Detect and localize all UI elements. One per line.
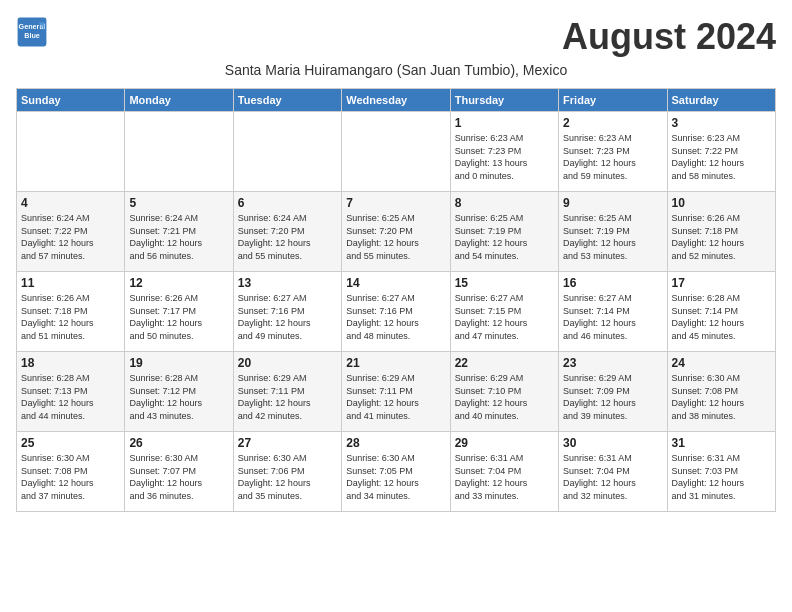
day-info: Sunrise: 6:24 AM Sunset: 7:22 PM Dayligh… xyxy=(21,212,120,262)
calendar-cell: 6Sunrise: 6:24 AM Sunset: 7:20 PM Daylig… xyxy=(233,192,341,272)
month-title: August 2024 xyxy=(562,16,776,58)
day-number: 28 xyxy=(346,436,445,450)
day-info: Sunrise: 6:30 AM Sunset: 7:05 PM Dayligh… xyxy=(346,452,445,502)
day-number: 2 xyxy=(563,116,662,130)
day-info: Sunrise: 6:31 AM Sunset: 7:04 PM Dayligh… xyxy=(563,452,662,502)
day-info: Sunrise: 6:31 AM Sunset: 7:04 PM Dayligh… xyxy=(455,452,554,502)
day-info: Sunrise: 6:27 AM Sunset: 7:14 PM Dayligh… xyxy=(563,292,662,342)
day-number: 5 xyxy=(129,196,228,210)
day-info: Sunrise: 6:30 AM Sunset: 7:08 PM Dayligh… xyxy=(21,452,120,502)
header-friday: Friday xyxy=(559,89,667,112)
day-number: 16 xyxy=(563,276,662,290)
day-number: 26 xyxy=(129,436,228,450)
header-tuesday: Tuesday xyxy=(233,89,341,112)
calendar-cell: 9Sunrise: 6:25 AM Sunset: 7:19 PM Daylig… xyxy=(559,192,667,272)
day-number: 4 xyxy=(21,196,120,210)
header-saturday: Saturday xyxy=(667,89,775,112)
day-number: 13 xyxy=(238,276,337,290)
day-info: Sunrise: 6:30 AM Sunset: 7:08 PM Dayligh… xyxy=(672,372,771,422)
calendar-cell: 10Sunrise: 6:26 AM Sunset: 7:18 PM Dayli… xyxy=(667,192,775,272)
day-number: 17 xyxy=(672,276,771,290)
calendar-cell: 20Sunrise: 6:29 AM Sunset: 7:11 PM Dayli… xyxy=(233,352,341,432)
day-info: Sunrise: 6:24 AM Sunset: 7:21 PM Dayligh… xyxy=(129,212,228,262)
calendar-header-row: SundayMondayTuesdayWednesdayThursdayFrid… xyxy=(17,89,776,112)
calendar-cell: 8Sunrise: 6:25 AM Sunset: 7:19 PM Daylig… xyxy=(450,192,558,272)
calendar-cell: 27Sunrise: 6:30 AM Sunset: 7:06 PM Dayli… xyxy=(233,432,341,512)
day-number: 14 xyxy=(346,276,445,290)
calendar-cell: 4Sunrise: 6:24 AM Sunset: 7:22 PM Daylig… xyxy=(17,192,125,272)
day-info: Sunrise: 6:29 AM Sunset: 7:11 PM Dayligh… xyxy=(346,372,445,422)
calendar-cell: 29Sunrise: 6:31 AM Sunset: 7:04 PM Dayli… xyxy=(450,432,558,512)
calendar-cell: 1Sunrise: 6:23 AM Sunset: 7:23 PM Daylig… xyxy=(450,112,558,192)
calendar-cell xyxy=(342,112,450,192)
calendar-week-2: 11Sunrise: 6:26 AM Sunset: 7:18 PM Dayli… xyxy=(17,272,776,352)
calendar-cell: 30Sunrise: 6:31 AM Sunset: 7:04 PM Dayli… xyxy=(559,432,667,512)
day-number: 12 xyxy=(129,276,228,290)
calendar-cell: 5Sunrise: 6:24 AM Sunset: 7:21 PM Daylig… xyxy=(125,192,233,272)
day-number: 1 xyxy=(455,116,554,130)
logo: General Blue xyxy=(16,16,48,48)
day-number: 15 xyxy=(455,276,554,290)
calendar-week-1: 4Sunrise: 6:24 AM Sunset: 7:22 PM Daylig… xyxy=(17,192,776,272)
day-info: Sunrise: 6:25 AM Sunset: 7:19 PM Dayligh… xyxy=(455,212,554,262)
calendar-cell: 24Sunrise: 6:30 AM Sunset: 7:08 PM Dayli… xyxy=(667,352,775,432)
calendar-cell: 13Sunrise: 6:27 AM Sunset: 7:16 PM Dayli… xyxy=(233,272,341,352)
calendar-cell: 17Sunrise: 6:28 AM Sunset: 7:14 PM Dayli… xyxy=(667,272,775,352)
calendar-cell: 16Sunrise: 6:27 AM Sunset: 7:14 PM Dayli… xyxy=(559,272,667,352)
calendar-cell: 7Sunrise: 6:25 AM Sunset: 7:20 PM Daylig… xyxy=(342,192,450,272)
day-info: Sunrise: 6:26 AM Sunset: 7:17 PM Dayligh… xyxy=(129,292,228,342)
day-info: Sunrise: 6:25 AM Sunset: 7:19 PM Dayligh… xyxy=(563,212,662,262)
day-info: Sunrise: 6:31 AM Sunset: 7:03 PM Dayligh… xyxy=(672,452,771,502)
day-number: 20 xyxy=(238,356,337,370)
day-info: Sunrise: 6:30 AM Sunset: 7:06 PM Dayligh… xyxy=(238,452,337,502)
header-monday: Monday xyxy=(125,89,233,112)
calendar-cell xyxy=(17,112,125,192)
day-number: 22 xyxy=(455,356,554,370)
calendar-week-4: 25Sunrise: 6:30 AM Sunset: 7:08 PM Dayli… xyxy=(17,432,776,512)
day-info: Sunrise: 6:30 AM Sunset: 7:07 PM Dayligh… xyxy=(129,452,228,502)
calendar-cell: 22Sunrise: 6:29 AM Sunset: 7:10 PM Dayli… xyxy=(450,352,558,432)
calendar-cell: 31Sunrise: 6:31 AM Sunset: 7:03 PM Dayli… xyxy=(667,432,775,512)
day-number: 29 xyxy=(455,436,554,450)
header-wednesday: Wednesday xyxy=(342,89,450,112)
day-number: 21 xyxy=(346,356,445,370)
day-info: Sunrise: 6:29 AM Sunset: 7:11 PM Dayligh… xyxy=(238,372,337,422)
svg-text:Blue: Blue xyxy=(24,31,40,40)
day-number: 23 xyxy=(563,356,662,370)
day-info: Sunrise: 6:27 AM Sunset: 7:15 PM Dayligh… xyxy=(455,292,554,342)
calendar-cell: 3Sunrise: 6:23 AM Sunset: 7:22 PM Daylig… xyxy=(667,112,775,192)
day-number: 11 xyxy=(21,276,120,290)
day-info: Sunrise: 6:27 AM Sunset: 7:16 PM Dayligh… xyxy=(346,292,445,342)
day-number: 3 xyxy=(672,116,771,130)
day-info: Sunrise: 6:23 AM Sunset: 7:23 PM Dayligh… xyxy=(563,132,662,182)
day-info: Sunrise: 6:26 AM Sunset: 7:18 PM Dayligh… xyxy=(21,292,120,342)
calendar-cell: 28Sunrise: 6:30 AM Sunset: 7:05 PM Dayli… xyxy=(342,432,450,512)
header-sunday: Sunday xyxy=(17,89,125,112)
logo-icon: General Blue xyxy=(16,16,48,48)
day-number: 8 xyxy=(455,196,554,210)
day-number: 31 xyxy=(672,436,771,450)
day-info: Sunrise: 6:25 AM Sunset: 7:20 PM Dayligh… xyxy=(346,212,445,262)
calendar-cell xyxy=(125,112,233,192)
calendar-cell: 26Sunrise: 6:30 AM Sunset: 7:07 PM Dayli… xyxy=(125,432,233,512)
day-info: Sunrise: 6:23 AM Sunset: 7:23 PM Dayligh… xyxy=(455,132,554,182)
day-number: 25 xyxy=(21,436,120,450)
day-number: 19 xyxy=(129,356,228,370)
day-info: Sunrise: 6:24 AM Sunset: 7:20 PM Dayligh… xyxy=(238,212,337,262)
header-thursday: Thursday xyxy=(450,89,558,112)
calendar-cell: 15Sunrise: 6:27 AM Sunset: 7:15 PM Dayli… xyxy=(450,272,558,352)
calendar-cell: 18Sunrise: 6:28 AM Sunset: 7:13 PM Dayli… xyxy=(17,352,125,432)
day-number: 27 xyxy=(238,436,337,450)
day-info: Sunrise: 6:27 AM Sunset: 7:16 PM Dayligh… xyxy=(238,292,337,342)
calendar-cell xyxy=(233,112,341,192)
day-number: 18 xyxy=(21,356,120,370)
calendar-week-0: 1Sunrise: 6:23 AM Sunset: 7:23 PM Daylig… xyxy=(17,112,776,192)
day-info: Sunrise: 6:23 AM Sunset: 7:22 PM Dayligh… xyxy=(672,132,771,182)
day-number: 7 xyxy=(346,196,445,210)
calendar-cell: 2Sunrise: 6:23 AM Sunset: 7:23 PM Daylig… xyxy=(559,112,667,192)
day-info: Sunrise: 6:29 AM Sunset: 7:10 PM Dayligh… xyxy=(455,372,554,422)
calendar-cell: 23Sunrise: 6:29 AM Sunset: 7:09 PM Dayli… xyxy=(559,352,667,432)
calendar-table: SundayMondayTuesdayWednesdayThursdayFrid… xyxy=(16,88,776,512)
day-info: Sunrise: 6:28 AM Sunset: 7:13 PM Dayligh… xyxy=(21,372,120,422)
day-number: 24 xyxy=(672,356,771,370)
